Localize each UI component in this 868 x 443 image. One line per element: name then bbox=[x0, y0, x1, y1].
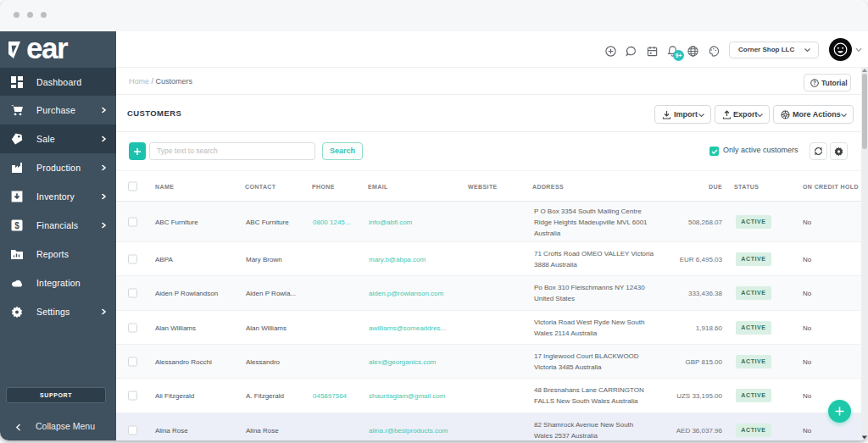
svg-text:ear: ear bbox=[26, 41, 69, 59]
svg-text:$: $ bbox=[14, 221, 19, 230]
svg-text:?: ? bbox=[813, 80, 816, 86]
